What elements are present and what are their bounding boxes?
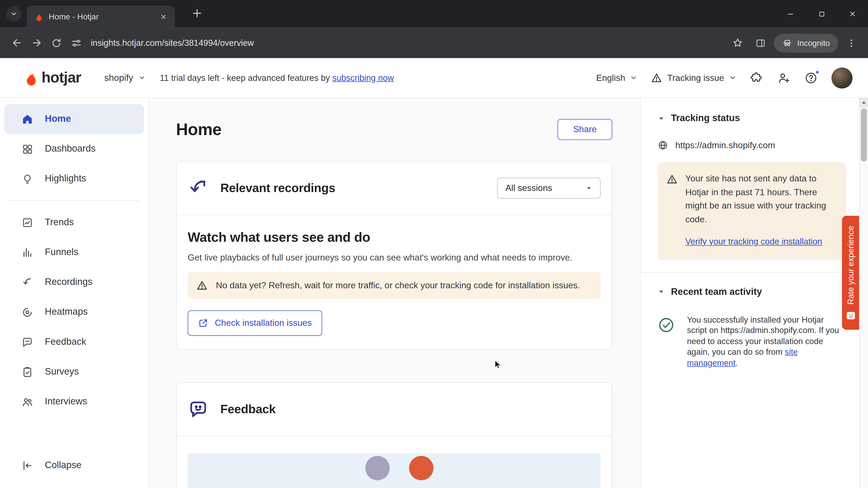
new-tab-button[interactable] (191, 7, 203, 20)
bookmark-button[interactable] (727, 33, 747, 53)
tracking-issue-dropdown[interactable]: Tracking issue (651, 72, 736, 84)
recordings-icon (188, 177, 209, 199)
side-panel-icon (755, 37, 766, 48)
sidebar-item-home[interactable]: Home (4, 104, 144, 134)
invite-user-button[interactable] (777, 71, 790, 85)
sad-emoji-icon (365, 456, 390, 480)
app-header: hotjar shopify 11 trial days left - keep… (0, 58, 868, 98)
sidebar-item-label: Highlights (45, 173, 86, 184)
sidebar-item-trends[interactable]: Trends (4, 207, 144, 237)
warning-icon (666, 174, 678, 185)
rate-experience-tab[interactable]: Rate your experience (842, 216, 859, 330)
tracking-warning-row: Your site has not sent any data to Hotja… (666, 172, 837, 226)
trial-text: 11 trial days left - keep advanced featu… (160, 73, 330, 82)
chevron-down-icon (138, 74, 145, 81)
interviews-icon (22, 396, 33, 408)
sidebar-item-label: Funnels (45, 247, 78, 258)
back-button[interactable] (6, 33, 26, 53)
sidebar-item-label: Surveys (45, 366, 79, 377)
header-right: English Tracking issue (596, 67, 852, 88)
sidebar-item-heatmaps[interactable]: Heatmaps (4, 297, 144, 327)
sidebar-item-recordings[interactable]: Recordings (4, 267, 144, 297)
hotjar-logo[interactable]: hotjar (22, 69, 81, 86)
help-button[interactable] (804, 71, 817, 85)
sidebar-item-dashboards[interactable]: Dashboards (4, 134, 144, 164)
window-controls (775, 0, 868, 28)
scrollbar-thumb[interactable] (861, 108, 867, 162)
sidebar-item-highlights[interactable]: Highlights (4, 164, 144, 194)
scroll-up-button[interactable] (860, 98, 868, 107)
sessions-filter-dropdown[interactable]: All sessions (497, 177, 600, 199)
sidebar-item-funnels[interactable]: Funnels (4, 237, 144, 267)
site-selector-value: shopify (104, 72, 133, 83)
check-installation-button[interactable]: Check installation issues (188, 311, 322, 336)
language-value: English (596, 73, 625, 83)
close-icon (160, 13, 167, 20)
share-button[interactable]: Share (558, 119, 612, 140)
tracking-warning-box: Your site has not sent any data to Hotja… (657, 162, 846, 260)
sidebar-item-feedback[interactable]: Feedback (4, 327, 144, 357)
side-panel-button[interactable] (751, 33, 771, 53)
tracking-status-section-header[interactable]: Tracking status (657, 113, 846, 124)
sidebar-item-label: Trends (45, 217, 74, 228)
sidebar-item-interviews[interactable]: Interviews (4, 387, 144, 417)
maximize-button[interactable] (806, 0, 837, 28)
browser-menu-button[interactable] (841, 33, 861, 53)
tracking-status-title: Tracking status (671, 113, 740, 124)
activity-item: You successfully installed your Hotjar s… (657, 314, 846, 368)
user-avatar[interactable] (831, 67, 852, 88)
app-body: Home Dashboards Highlights Trends Funnel… (0, 98, 868, 488)
recordings-icon (22, 276, 33, 288)
hotjar-flame-icon (22, 69, 39, 86)
external-link-icon (198, 318, 208, 328)
language-selector[interactable]: English (596, 73, 637, 83)
sidebar-collapse-button[interactable]: Collapse (4, 443, 144, 488)
no-data-warning-banner: No data yet? Refresh, wait for more traf… (188, 272, 600, 299)
page-scrollbar[interactable] (859, 98, 868, 488)
back-icon (11, 37, 22, 48)
team-activity-section-header[interactable]: Recent team activity (657, 286, 846, 297)
forward-button[interactable] (27, 33, 46, 53)
tab-close-button[interactable] (157, 11, 169, 23)
close-window-button[interactable] (837, 0, 868, 28)
activity-message: You successfully installed your Hotjar s… (687, 315, 839, 356)
close-icon (848, 10, 856, 18)
hotjar-favicon (34, 12, 43, 22)
browser-tab[interactable]: Home - Hotjar (27, 5, 175, 28)
address-bar[interactable]: insights.hotjar.com/sites/3814994/overvi… (91, 38, 254, 48)
warning-text: No data yet? Refresh, wait for more traf… (216, 279, 580, 292)
subscribe-link[interactable]: subscribing now (332, 73, 394, 82)
recordings-description: Get live playbacks of full user journeys… (188, 253, 600, 263)
home-icon (22, 113, 33, 125)
caret-down-icon (657, 288, 665, 295)
feedback-card: Feedback (176, 382, 612, 488)
tab-search-button[interactable] (6, 6, 22, 22)
site-selector[interactable]: shopify (104, 72, 145, 83)
right-panel: Tracking status https://admin.shopify.co… (640, 98, 868, 488)
warning-icon (196, 280, 208, 291)
activity-suffix: . (736, 358, 738, 367)
integrations-button[interactable] (750, 71, 763, 85)
caret-down-icon (586, 185, 592, 191)
angry-emoji-icon (409, 456, 434, 480)
minimize-icon (786, 10, 794, 18)
feedback-smiley-icon (846, 311, 855, 320)
minimize-button[interactable] (775, 0, 806, 28)
sidebar-item-label: Feedback (45, 336, 86, 348)
notification-dot (815, 69, 820, 74)
recordings-card-body: Watch what users see and do Get live pla… (177, 215, 612, 349)
check-installation-label: Check installation issues (215, 318, 312, 328)
verify-tracking-link[interactable]: Verify your tracking code installation (685, 235, 822, 249)
person-add-icon (777, 71, 790, 85)
site-info-button[interactable] (66, 33, 86, 53)
recordings-heading: Watch what users see and do (188, 230, 600, 245)
sidebar-item-label: Interviews (45, 396, 87, 407)
activity-text: You successfully installed your Hotjar s… (687, 314, 846, 368)
reload-button[interactable] (46, 33, 66, 53)
funnels-icon (22, 247, 33, 258)
sidebar-item-label: Dashboards (45, 143, 96, 154)
page-header: Home Share (176, 119, 612, 140)
collapse-label: Collapse (45, 460, 81, 471)
trends-icon (22, 217, 33, 228)
sidebar-item-surveys[interactable]: Surveys (4, 357, 144, 387)
